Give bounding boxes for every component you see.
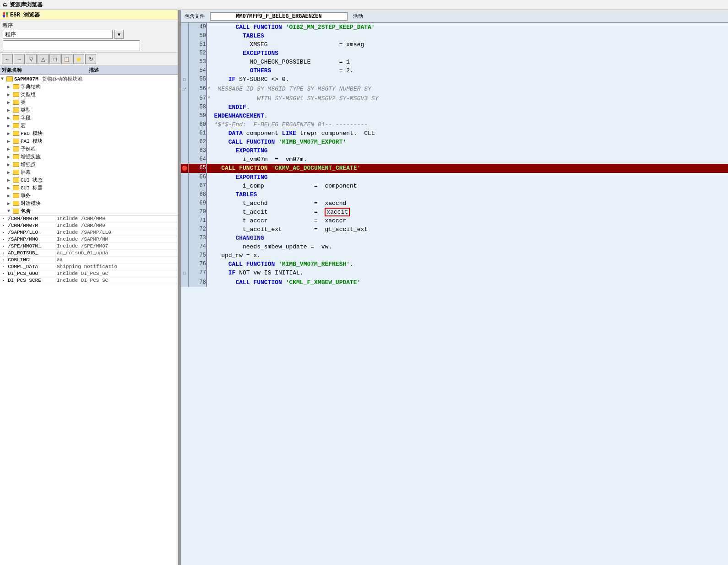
code-content[interactable]: EXPORTING xyxy=(206,146,728,155)
folder-class xyxy=(13,100,19,105)
folder-gui-title xyxy=(13,185,19,190)
code-content[interactable]: * WITH SY-MSGV1 SY-MSGV2 SY-MSGV3 SY xyxy=(206,94,728,103)
tree-item-pbo[interactable]: ▶ PBO 模块 xyxy=(7,129,178,137)
line-marker: □ xyxy=(181,75,188,85)
code-content[interactable]: XMSEG = xmseg xyxy=(206,40,728,49)
tree-item-type[interactable]: ▶ 类型 xyxy=(7,106,178,114)
tree-desc-root: 货物移动的模块池 xyxy=(38,75,82,82)
list-item-spe[interactable]: · /SPE/MM07M_ Include /SPE/MM07 xyxy=(0,243,178,250)
list-item-ad-rotsub[interactable]: · AD_ROTSUB_ ad_rotsub_01_upda xyxy=(0,250,178,257)
code-content[interactable]: IF NOT vw IS INITIAL. xyxy=(206,269,728,278)
code-content[interactable]: CALL FUNCTION 'MIMB_VM07M_REFRESH'. xyxy=(206,260,728,269)
tree-area[interactable]: ▼ SAPMM07M 货物移动的模块池 ▶ 字典结构 ▶ 类型组 xyxy=(0,75,178,565)
code-content[interactable]: CALL FUNCTION 'CKMV_AC_DOCUMENT_CREATE' xyxy=(206,164,728,173)
esr-icon xyxy=(3,12,8,18)
content-area: ESR 浏览器 程序 ▼ SAPMM07M ← → ▽ △ ◻ 📋 ⭐ xyxy=(0,10,728,565)
tree-item-dialog[interactable]: ▶ 对话模块 xyxy=(7,199,178,207)
code-content[interactable]: EXPORTING xyxy=(206,173,728,182)
tree-item-typegrp[interactable]: ▶ 类型组 xyxy=(7,91,178,98)
code-content[interactable]: t_accit = xaccit xyxy=(206,208,728,216)
table-row: 57* WITH SY-MSGV1 SY-MSGV2 SY-MSGV3 SY xyxy=(181,94,728,103)
folder-sub xyxy=(13,146,19,151)
list-item-coblincl[interactable]: · COBLINCL aa xyxy=(0,257,178,264)
list-item-compl-data[interactable]: · COMPL_DATA Shipping notificatio xyxy=(0,264,178,270)
code-content[interactable]: OTHERS = 2. xyxy=(206,66,728,75)
line-number: 65 xyxy=(188,164,206,173)
list-item-sapmp-mm0[interactable]: · /SAPMP/MM0 Include /SAPMP/MM xyxy=(0,236,178,243)
code-content[interactable]: TABLES xyxy=(206,190,728,199)
line-number: 63 xyxy=(188,146,206,155)
star-button[interactable]: ⭐ xyxy=(73,54,84,64)
code-content[interactable]: ENDENHANCEMENT. xyxy=(206,112,728,120)
tree-item-class[interactable]: ▶ 类 xyxy=(7,98,178,106)
table-row: 59 ENDENHANCEMENT. xyxy=(181,112,728,120)
arrow-enhancept: ▶ xyxy=(7,162,13,167)
line-number: 76 xyxy=(188,260,206,269)
table-row: □*56* MESSAGE ID SY-MSGID TYPE SY-MSGTY … xyxy=(181,85,728,94)
code-content[interactable]: * MESSAGE ID SY-MSGID TYPE SY-MSGTY NUMB… xyxy=(206,85,728,94)
line-marker xyxy=(181,120,188,129)
list-item-sapmp-llo[interactable]: · /SAPMP/LLO_ Include /SAPMP/LL0 xyxy=(0,229,178,236)
program-dropdown-button[interactable]: ▼ xyxy=(114,30,124,39)
tree-item-enhancept[interactable]: ▶ 增强点 xyxy=(7,161,178,168)
table-row: 66 EXPORTING xyxy=(181,173,728,182)
arrow-type: ▶ xyxy=(7,108,13,113)
code-content[interactable]: CALL FUNCTION 'OIB2_MM_2STEP_KEEP_DATA' xyxy=(206,23,728,32)
tree-item-sub[interactable]: ▶ 子例程 xyxy=(7,145,178,153)
tree-item-dict[interactable]: ▶ 字典结构 xyxy=(7,83,178,91)
tree-item-screen[interactable]: ▶ 屏幕 xyxy=(7,168,178,176)
label-gui-status: GUI 状态 xyxy=(21,177,43,183)
line-number: 78 xyxy=(188,278,206,287)
include-list: · /CWM/MM07M Include /CWM/MM0 · /CWM/MM0… xyxy=(0,215,178,284)
code-content[interactable]: CHANGING xyxy=(206,234,728,242)
program-input-row: ▼ xyxy=(3,30,175,39)
refresh-button[interactable]: ↻ xyxy=(85,54,96,64)
code-content[interactable]: EXCEPTIONS xyxy=(206,49,728,58)
code-content[interactable]: DATA component LIKE trwpr component. CLE xyxy=(206,129,728,138)
list-item-sapmp-mm0-desc: Include /SAPMP/MM xyxy=(57,237,176,242)
tree-item-gui-status[interactable]: ▶ GUI 状态 xyxy=(7,176,178,184)
code-content[interactable]: NO_CHECK_POSSIBLE = 1 xyxy=(206,58,728,66)
tree-item-pai[interactable]: ▶ PAI 模块 xyxy=(7,137,178,145)
label-type: 类型 xyxy=(21,107,31,113)
tree-item-include[interactable]: ▼ 包含 xyxy=(7,207,178,215)
tree-item-enhance[interactable]: ▶ 增强实施 xyxy=(7,153,178,161)
back-button[interactable]: ← xyxy=(2,54,13,64)
program-name-input[interactable]: SAPMM07M xyxy=(3,40,140,50)
tree-item-macro[interactable]: ▶ 宏 xyxy=(7,122,178,129)
code-content[interactable]: IF SY-SUBRC <> 0. xyxy=(206,75,728,85)
code-content[interactable]: TABLES xyxy=(206,32,728,40)
list-item-di-pcs-scre[interactable]: · DI_PCS_SCRE Include DI_PCS_SC xyxy=(0,277,178,284)
arrow-enhance: ▶ xyxy=(7,154,13,160)
code-content[interactable]: i_vm07m = vm07m. xyxy=(206,155,728,164)
copy-button[interactable]: 📋 xyxy=(61,54,72,64)
label-screen: 屏幕 xyxy=(21,169,31,176)
tree-item-affairs[interactable]: ▶ 事务 xyxy=(7,192,178,199)
code-content[interactable]: *$*$-End: F-BELEG_ERGAENZEN 01-- -------… xyxy=(206,120,728,129)
code-content[interactable]: i_comp = component xyxy=(206,182,728,190)
table-row: 70 t_accit = xaccit xyxy=(181,208,728,216)
list-item-cwm1[interactable]: · /CWM/MM07M Include /CWM/MM0 xyxy=(0,215,178,222)
code-area[interactable]: 49 CALL FUNCTION 'OIB2_MM_2STEP_KEEP_DAT… xyxy=(181,23,728,565)
filter-button[interactable]: ▽ xyxy=(26,54,37,64)
code-content[interactable]: CALL FUNCTION 'MIMB_VM07M_EXPORT' xyxy=(206,138,728,146)
code-content[interactable]: t_acchd = xacchd xyxy=(206,199,728,208)
square-button[interactable]: ◻ xyxy=(49,54,60,64)
code-content[interactable]: upd_rw = x. xyxy=(206,251,728,260)
list-item-cwm2[interactable]: · /CWM/MM07M Include /CWM/MM0 xyxy=(0,222,178,229)
tree-item-field[interactable]: ▶ 字段 xyxy=(7,114,178,122)
code-content[interactable]: t_acccr = xacccr xyxy=(206,216,728,225)
code-content[interactable]: CALL FUNCTION 'CKML_F_XMBEW_UPDATE' xyxy=(206,278,728,287)
program-dropdown-input[interactable] xyxy=(3,30,113,39)
label-field: 字段 xyxy=(21,114,31,121)
list-item-di-pcs-goo[interactable]: · DI_PCS_GOO Include DI_PCS_GC xyxy=(0,270,178,277)
up-button[interactable]: △ xyxy=(38,54,49,64)
left-panel: ESR 浏览器 程序 ▼ SAPMM07M ← → ▽ △ ◻ 📋 ⭐ xyxy=(0,10,179,565)
tree-item-root[interactable]: ▼ SAPMM07M 货物移动的模块池 xyxy=(0,75,178,83)
line-number: 75 xyxy=(188,251,206,260)
code-content[interactable]: t_accit_ext = gt_accit_ext xyxy=(206,225,728,234)
forward-button[interactable]: → xyxy=(14,54,25,64)
tree-item-gui-title[interactable]: ▶ GUI 标题 xyxy=(7,184,178,192)
code-content[interactable]: ENDIF. xyxy=(206,103,728,112)
code-content[interactable]: needs_smbew_update = vw. xyxy=(206,242,728,251)
